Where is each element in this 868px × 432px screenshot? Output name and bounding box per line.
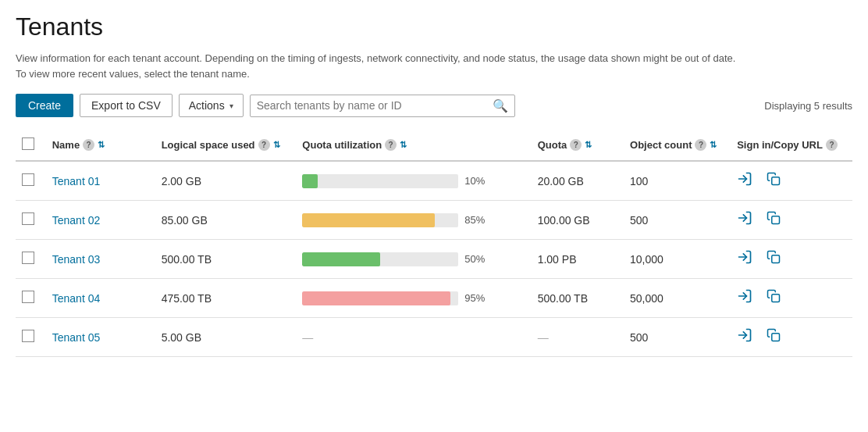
row-checkbox-tenant05[interactable] [22, 330, 34, 342]
quota-util-pct-tenant02: 85% [464, 214, 493, 226]
quota-util-help-icon[interactable]: ? [385, 139, 397, 151]
signin-button-tenant03[interactable] [737, 249, 752, 269]
quota-util-tenant03: 50% [296, 240, 531, 279]
quota-tenant05: — [532, 318, 624, 357]
signin-cell-tenant01 [731, 161, 852, 201]
logical-sort-icon[interactable]: ⇅ [273, 140, 280, 150]
object-count-help-icon[interactable]: ? [695, 139, 706, 151]
col-header-signin: Sign in/Copy URL ? [731, 130, 852, 161]
logical-help-icon[interactable]: ? [258, 139, 270, 151]
svg-rect-7 [772, 295, 780, 302]
quota-util-tenant01: 10% [296, 161, 531, 201]
actions-dropdown-button[interactable]: Actions ▾ [179, 94, 244, 117]
page-description: View information for each tenant account… [16, 51, 843, 81]
chevron-down-icon: ▾ [229, 102, 233, 110]
quota-util-sort-icon[interactable]: ⇅ [400, 140, 407, 150]
table-row: Tenant 03500.00 TB50%1.00 PB10,000 [16, 240, 852, 279]
object-count-tenant03: 10,000 [624, 240, 731, 279]
svg-rect-5 [772, 255, 780, 263]
search-icon[interactable]: 🔍 [493, 98, 508, 113]
table-row: Tenant 055.00 GB——500 [16, 318, 852, 357]
quota-util-pct-tenant04: 95% [464, 292, 493, 304]
create-button[interactable]: Create [16, 94, 73, 117]
row-checkbox-tenant01[interactable] [22, 173, 34, 186]
quota-tenant03: 1.00 PB [532, 240, 624, 279]
quota-util-pct-tenant03: 50% [464, 253, 493, 265]
copy-url-button-tenant05[interactable] [767, 328, 781, 346]
quota-tenant01: 20.00 GB [532, 161, 624, 201]
quota-util-tenant05: — [296, 318, 531, 357]
quota-help-icon[interactable]: ? [570, 139, 582, 151]
object-count-sort-icon[interactable]: ⇅ [710, 140, 717, 150]
logical-space-tenant05: 5.00 GB [155, 318, 297, 357]
signin-button-tenant01[interactable] [737, 171, 752, 191]
copy-url-button-tenant04[interactable] [767, 289, 781, 307]
signin-cell-tenant05 [731, 318, 852, 357]
object-count-tenant01: 100 [624, 161, 731, 201]
object-count-tenant05: 500 [624, 318, 731, 357]
tenant-link-tenant02[interactable]: Tenant 02 [52, 214, 101, 227]
row-checkbox-tenant02[interactable] [22, 212, 34, 225]
actions-label: Actions [189, 99, 225, 112]
quota-tenant04: 500.00 TB [532, 279, 624, 318]
copy-url-button-tenant01[interactable] [767, 172, 781, 190]
quota-util-tenant04: 95% [296, 279, 531, 318]
col-header-quota: Quota ? ⇅ [532, 130, 624, 161]
export-csv-button[interactable]: Export to CSV [80, 94, 173, 117]
tenant-link-tenant03[interactable]: Tenant 03 [52, 253, 101, 266]
logical-space-tenant04: 475.00 TB [155, 279, 297, 318]
signin-button-tenant04[interactable] [737, 288, 752, 308]
col-header-object-count: Object count ? ⇅ [624, 130, 731, 161]
logical-space-tenant03: 500.00 TB [155, 240, 297, 279]
tenants-table: Name ? ⇅ Logical space used ? ⇅ Quota ut… [16, 130, 852, 357]
col-header-logical: Logical space used ? ⇅ [155, 130, 297, 161]
tenant-link-tenant04[interactable]: Tenant 04 [52, 292, 101, 305]
page-title: Tenants [16, 12, 852, 41]
search-wrapper: 🔍 [250, 95, 515, 117]
table-row: Tenant 0285.00 GB85%100.00 GB500 [16, 201, 852, 240]
select-all-checkbox[interactable] [22, 137, 34, 150]
col-header-quota-util: Quota utilization ? ⇅ [296, 130, 531, 161]
table-row: Tenant 012.00 GB10%20.00 GB100 [16, 161, 852, 201]
tenant-link-tenant05[interactable]: Tenant 05 [52, 331, 101, 344]
signin-help-icon[interactable]: ? [826, 139, 838, 151]
signin-cell-tenant02 [731, 201, 852, 240]
name-help-icon[interactable]: ? [83, 139, 94, 151]
object-count-tenant02: 500 [624, 201, 731, 240]
signin-button-tenant05[interactable] [737, 327, 752, 347]
quota-tenant02: 100.00 GB [532, 201, 624, 240]
svg-rect-3 [772, 216, 780, 224]
quota-sort-icon[interactable]: ⇅ [585, 140, 592, 150]
col-header-name: Name ? ⇅ [46, 130, 155, 161]
toolbar: Create Export to CSV Actions ▾ 🔍 Display… [16, 94, 852, 117]
col-header-check [16, 130, 46, 161]
signin-cell-tenant03 [731, 240, 852, 279]
copy-url-button-tenant02[interactable] [767, 211, 781, 229]
signin-cell-tenant04 [731, 279, 852, 318]
name-sort-icon[interactable]: ⇅ [98, 140, 105, 150]
quota-util-pct-tenant01: 10% [464, 175, 493, 187]
row-checkbox-tenant04[interactable] [22, 291, 34, 303]
object-count-tenant04: 50,000 [624, 279, 731, 318]
table-row: Tenant 04475.00 TB95%500.00 TB50,000 [16, 279, 852, 318]
copy-url-button-tenant03[interactable] [767, 250, 781, 268]
row-checkbox-tenant03[interactable] [22, 252, 34, 264]
signin-button-tenant02[interactable] [737, 210, 752, 230]
results-count: Displaying 5 results [764, 100, 852, 112]
logical-space-tenant01: 2.00 GB [155, 161, 297, 201]
svg-rect-1 [772, 177, 780, 185]
tenant-link-tenant01[interactable]: Tenant 01 [52, 175, 101, 187]
quota-util-dash-tenant05: — [302, 331, 313, 344]
search-input[interactable] [257, 99, 493, 112]
svg-rect-9 [772, 334, 780, 341]
logical-space-tenant02: 85.00 GB [155, 201, 297, 240]
quota-util-tenant02: 85% [296, 201, 531, 240]
